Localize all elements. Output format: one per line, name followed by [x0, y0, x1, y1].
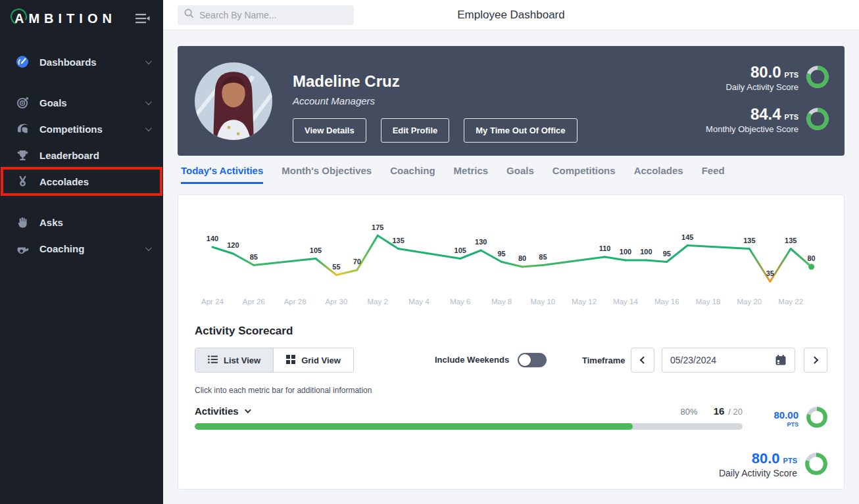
timeframe-label: Timeframe: [582, 355, 626, 365]
activities-progress-bar[interactable]: [195, 423, 743, 430]
score-label: Daily Activity Score: [725, 82, 798, 92]
svg-text:135: 135: [743, 237, 755, 244]
activities-metric-row: Activities 80% 16 / 20 80.00 PTS: [195, 405, 827, 430]
calendar-icon[interactable]: [775, 354, 787, 366]
whistle-icon: [16, 242, 29, 255]
grid-icon: [286, 355, 295, 366]
sidebar-collapse-icon[interactable]: [135, 13, 150, 24]
target-icon: [16, 96, 29, 109]
metric-hint: Click into each metric bar for additiona…: [195, 386, 372, 395]
summary-ring: [805, 453, 827, 478]
metric-completed: 16: [714, 405, 725, 417]
monthly-score-ring: [806, 108, 829, 133]
my-time-out-of-office-button[interactable]: My Time Out Of Office: [464, 118, 577, 143]
sidebar-item-label: Dashboards: [39, 57, 97, 68]
scorecard-controls: List View Grid View Include Weekends Tim…: [195, 348, 827, 374]
sidebar-item-label: Goals: [39, 97, 67, 108]
sidebar-item-leaderboard[interactable]: Leaderboard: [0, 142, 163, 168]
date-picker[interactable]: [662, 348, 795, 373]
svg-text:May 14: May 14: [613, 298, 638, 306]
svg-text:Apr 26: Apr 26: [243, 298, 265, 306]
profile-buttons: View DetailsEdit ProfileMy Time Out Of O…: [293, 118, 577, 143]
summary-label: Daily Activity Score: [719, 468, 797, 478]
sidebar-item-label: Accolades: [39, 176, 89, 187]
daily-score-summary: 80.0PTS Daily Activity Score: [719, 451, 827, 478]
score-unit: PTS: [785, 71, 798, 79]
date-input[interactable]: [670, 355, 775, 365]
include-weekends-label: Include Weekends: [435, 355, 509, 365]
grid-view-button[interactable]: Grid View: [274, 348, 353, 372]
medal-icon: [16, 175, 29, 188]
svg-text:135: 135: [785, 237, 797, 244]
tab-metrics[interactable]: Metrics: [454, 165, 489, 184]
chevron-down-icon: [145, 99, 152, 105]
profile-role: Account Managers: [293, 95, 577, 106]
list-view-button[interactable]: List View: [195, 348, 274, 372]
svg-text:May 10: May 10: [531, 298, 556, 306]
sidebar-item-label: Coaching: [39, 243, 84, 254]
svg-text:140: 140: [207, 235, 218, 242]
chevron-down-icon: [145, 244, 152, 251]
scorecard-heading: Activity Scorecard: [195, 325, 293, 338]
daily-activity-score: 80.0PTS Daily Activity Score: [706, 64, 829, 92]
score-label: Monthly Objective Score: [706, 124, 798, 134]
sidebar-item-accolades[interactable]: Accolades: [0, 168, 163, 195]
metric-percent: 80%: [681, 407, 698, 417]
activity-card: 1401208510555701751351051309580851101001…: [178, 195, 845, 490]
tab-competitions[interactable]: Competitions: [552, 165, 616, 184]
dashboard-tabs: Today's ActivitiesMonth's ObjectivesCoac…: [181, 165, 725, 184]
svg-text:85: 85: [250, 253, 258, 261]
metric-total: / 20: [728, 407, 743, 417]
search-icon: [184, 9, 194, 21]
svg-text:May 6: May 6: [450, 298, 470, 306]
search-box[interactable]: [178, 5, 354, 25]
main-content: Madeline Cruz Account Managers View Deta…: [163, 30, 859, 504]
sidebar-item-label: Asks: [39, 217, 63, 228]
sidebar-nav: DashboardsGoalsCompetitionsLeaderboardAc…: [0, 49, 163, 262]
chevron-down-icon: [145, 125, 152, 131]
next-day-button[interactable]: [804, 348, 827, 373]
activity-line-chart: 1401208510555701751351051309580851101001…: [178, 204, 844, 315]
svg-text:May 20: May 20: [737, 298, 762, 306]
progress-fill: [195, 423, 633, 430]
score-value: 84.4: [750, 105, 781, 123]
sidebar-item-dashboards[interactable]: Dashboards: [0, 49, 163, 75]
tab-today-s-activities[interactable]: Today's Activities: [181, 165, 263, 184]
svg-text:105: 105: [310, 246, 322, 254]
sidebar-item-competitions[interactable]: Competitions: [0, 116, 163, 142]
svg-text:May 22: May 22: [778, 298, 803, 306]
summary-value: 80.0: [752, 450, 780, 467]
tab-feed[interactable]: Feed: [702, 165, 725, 184]
avatar: [195, 62, 272, 140]
sidebar-item-goals[interactable]: Goals: [0, 89, 163, 116]
tab-coaching[interactable]: Coaching: [390, 165, 435, 184]
svg-text:70: 70: [353, 258, 361, 265]
points-value: 80.00: [773, 410, 798, 420]
sidebar: AMBITION DashboardsGoalsCompetitionsLead…: [0, 0, 163, 504]
chevron-down-icon: [145, 58, 152, 64]
svg-text:Apr 24: Apr 24: [201, 298, 224, 306]
tab-accolades[interactable]: Accolades: [634, 165, 683, 184]
svg-text:95: 95: [663, 250, 671, 258]
view-switcher: List View Grid View: [195, 348, 354, 373]
search-input[interactable]: [199, 10, 347, 20]
monthly-objective-score: 84.4PTS Monthly Objective Score: [706, 106, 829, 134]
activities-expander[interactable]: Activities: [195, 405, 249, 417]
tab-month-s-objectives[interactable]: Month's Objectives: [282, 165, 372, 184]
svg-text:100: 100: [620, 248, 631, 256]
activities-points: 80.00 PTS: [773, 407, 827, 430]
tab-goals[interactable]: Goals: [506, 165, 534, 184]
svg-text:Apr 28: Apr 28: [284, 298, 307, 306]
sidebar-item-label: Competitions: [39, 124, 103, 135]
edit-profile-button[interactable]: Edit Profile: [381, 118, 450, 143]
summary-unit: PTS: [783, 457, 797, 465]
view-details-button[interactable]: View Details: [293, 118, 366, 143]
include-weekends-toggle[interactable]: [518, 353, 547, 367]
list-icon: [208, 355, 218, 366]
sidebar-item-coaching[interactable]: Coaching: [0, 235, 163, 262]
previous-day-button[interactable]: [631, 348, 654, 373]
svg-text:May 12: May 12: [572, 298, 597, 306]
svg-text:35: 35: [766, 269, 774, 277]
sidebar-item-asks[interactable]: Asks: [0, 209, 163, 235]
trophy-icon: [16, 149, 29, 162]
